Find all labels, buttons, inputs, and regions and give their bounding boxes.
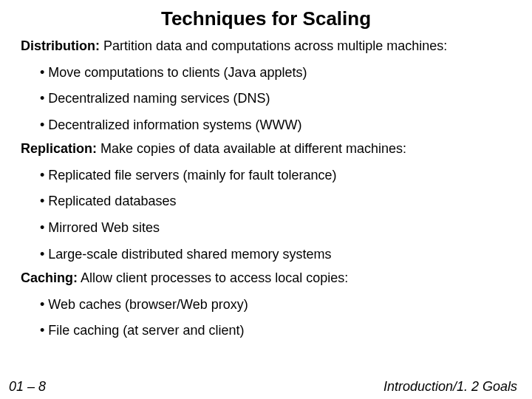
list-item: Replicated file servers (mainly for faul… (40, 168, 511, 184)
section-lead: Distribution: Partition data and computa… (21, 38, 511, 55)
list-item: Web caches (browser/Web proxy) (40, 297, 511, 313)
footer-right: Introduction/1. 2 Goals (383, 379, 517, 395)
slide-footer: 01 – 8 Introduction/1. 2 Goals (0, 379, 532, 395)
bullet-list: Web caches (browser/Web proxy) File cach… (21, 297, 511, 339)
section-heading: Replication: (21, 141, 97, 156)
section-caching: Caching: Allow client processes to acces… (21, 270, 511, 339)
list-item: Decentralized information systems (WWW) (40, 117, 511, 134)
list-item: Large-scale distributed shared memory sy… (40, 247, 511, 263)
section-lead: Caching: Allow client processes to acces… (21, 270, 511, 287)
section-replication: Replication: Make copies of data availab… (21, 140, 511, 262)
footer-left: 01 – 8 (9, 379, 46, 395)
section-desc: Allow client processes to access local c… (81, 270, 348, 285)
list-item: Move computations to clients (Java apple… (40, 65, 511, 81)
list-item: Decentralized naming services (DNS) (40, 91, 511, 107)
section-desc: Partition data and computations across m… (103, 38, 447, 53)
section-heading: Caching: (21, 270, 78, 285)
slide-title: Techniques for Scaling (21, 7, 511, 30)
section-distribution: Distribution: Partition data and computa… (21, 38, 511, 133)
section-heading: Distribution: (21, 38, 100, 53)
list-item: Mirrored Web sites (40, 220, 511, 236)
bullet-list: Move computations to clients (Java apple… (21, 65, 511, 134)
list-item: File caching (at server and client) (40, 323, 511, 339)
section-lead: Replication: Make copies of data availab… (21, 140, 511, 157)
slide: Techniques for Scaling Distribution: Par… (0, 0, 532, 399)
list-item: Replicated databases (40, 194, 511, 210)
bullet-list: Replicated file servers (mainly for faul… (21, 168, 511, 262)
section-desc: Make copies of data available at differe… (100, 141, 406, 156)
